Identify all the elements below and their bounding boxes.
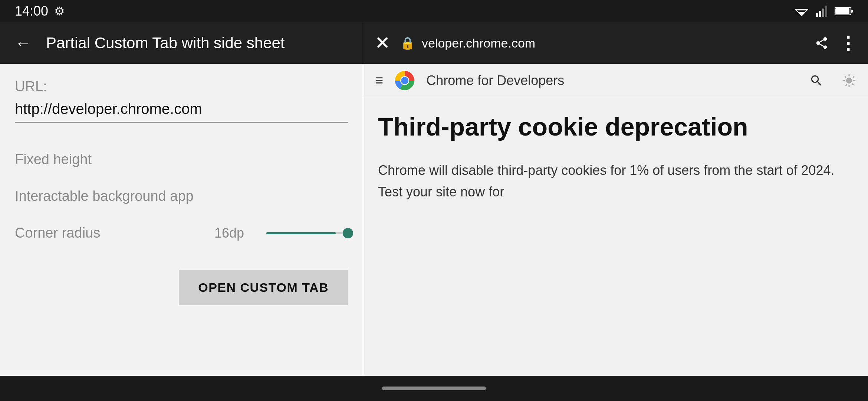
article-content: Third-party cookie deprecation Chrome wi… — [363, 97, 868, 217]
home-indicator — [382, 387, 486, 390]
left-panel: ← Partial Custom Tab with side sheet URL… — [0, 22, 363, 376]
lock-icon: 🔒 — [400, 36, 415, 50]
svg-rect-6 — [825, 6, 827, 17]
chrome-menu-button[interactable]: ⋮ — [839, 33, 856, 53]
svg-rect-3 — [816, 13, 818, 17]
address-text: veloper.chrome.com — [422, 36, 535, 50]
back-button[interactable]: ← — [15, 34, 31, 52]
corner-radius-row: Corner radius 16dp — [15, 215, 348, 251]
bottom-bar — [0, 376, 868, 401]
site-header: ≡ — [363, 64, 868, 97]
article-body: Chrome will disable third-party cookies … — [378, 160, 853, 202]
status-time: 14:00 — [15, 3, 48, 19]
chrome-close-button[interactable]: ✕ — [375, 34, 390, 52]
corner-radius-slider[interactable] — [266, 232, 348, 234]
url-label: URL: — [15, 79, 348, 95]
svg-point-13 — [401, 77, 408, 84]
share-icon[interactable] — [815, 36, 829, 50]
gear-icon: ⚙ — [54, 4, 65, 18]
corner-radius-value: 16dp — [214, 225, 244, 241]
svg-rect-8 — [835, 8, 849, 14]
chrome-content: ≡ — [363, 64, 868, 376]
brightness-icon[interactable] — [842, 74, 856, 88]
hamburger-icon[interactable]: ≡ — [375, 72, 383, 88]
wifi-icon — [795, 6, 809, 16]
url-section: URL: http://developer.chrome.com — [15, 79, 348, 123]
svg-rect-5 — [822, 9, 824, 17]
open-custom-tab-button[interactable]: OPEN CUSTOM TAB — [179, 270, 348, 305]
slider-thumb — [343, 228, 353, 238]
site-title: Chrome for Developers — [426, 73, 798, 88]
right-panel: ✕ 🔒 veloper.chrome.com ⋮ ≡ — [363, 22, 868, 376]
fixed-height-option[interactable]: Fixed height — [15, 141, 348, 178]
chrome-address-bar[interactable]: 🔒 veloper.chrome.com — [400, 36, 804, 50]
signal-icon — [816, 6, 827, 17]
main-content: ← Partial Custom Tab with side sheet URL… — [0, 22, 868, 376]
status-bar-left: 14:00 ⚙ — [15, 3, 65, 19]
corner-radius-label: Corner radius — [15, 225, 100, 241]
status-bar: 14:00 ⚙ — [0, 0, 868, 22]
battery-icon — [835, 6, 853, 16]
button-area: OPEN CUSTOM TAB — [15, 270, 348, 305]
svg-rect-9 — [851, 10, 853, 13]
status-bar-right — [795, 6, 853, 17]
app-toolbar: ← Partial Custom Tab with side sheet — [0, 22, 363, 64]
interactable-bg-option[interactable]: Interactable background app — [15, 178, 348, 215]
chrome-toolbar: ✕ 🔒 veloper.chrome.com ⋮ — [363, 22, 868, 64]
app-title: Partial Custom Tab with side sheet — [46, 34, 285, 52]
search-icon[interactable] — [809, 74, 823, 88]
url-value: http://developer.chrome.com — [15, 101, 202, 117]
slider-fill — [266, 232, 336, 234]
url-input-container[interactable]: http://developer.chrome.com — [15, 101, 348, 123]
chrome-logo — [394, 70, 415, 91]
app-body: URL: http://developer.chrome.com Fixed h… — [0, 64, 363, 376]
article-title: Third-party cookie deprecation — [378, 112, 853, 141]
svg-rect-4 — [819, 11, 821, 17]
